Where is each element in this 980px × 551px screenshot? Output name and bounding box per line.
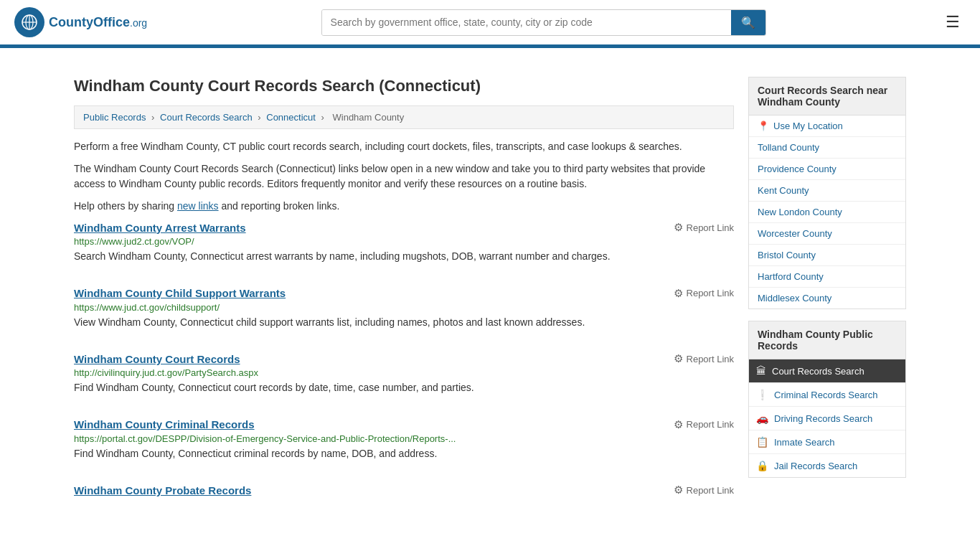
record-title-row: Windham County Arrest Warrants ⚙ Report … <box>74 221 734 234</box>
public-records-list-item[interactable]: 🚗 Driving Records Search <box>749 407 905 430</box>
breadcrumb-court-records-search[interactable]: Court Records Search <box>160 112 253 123</box>
report-link[interactable]: ⚙ Report Link <box>674 484 734 496</box>
page-title: Windham County Court Records Search (Con… <box>74 77 734 95</box>
sidebar-record-icon: 🔒 <box>756 460 768 471</box>
report-link[interactable]: ⚙ Report Link <box>674 221 734 234</box>
record-item: Windham County Criminal Records ⚙ Report… <box>74 418 734 467</box>
report-link[interactable]: ⚙ Report Link <box>674 418 734 431</box>
nearby-county-link[interactable]: Middlesex County <box>758 293 831 303</box>
main-content: Windham County Court Records Search (Con… <box>74 77 734 522</box>
record-title-row: Windham County Probate Records ⚙ Report … <box>74 484 734 496</box>
nearby-list-item[interactable]: 📍Use My Location <box>749 116 905 137</box>
nearby-list-item[interactable]: Hartford County <box>749 266 905 288</box>
report-link[interactable]: ⚙ Report Link <box>674 287 734 300</box>
record-url[interactable]: http://civilinquiry.jud.ct.gov/PartySear… <box>74 367 734 378</box>
record-title-link[interactable]: Windham County Criminal Records <box>74 418 255 430</box>
nearby-list-item[interactable]: New London County <box>749 202 905 223</box>
record-item: Windham County Court Records ⚙ Report Li… <box>74 352 734 401</box>
menu-button[interactable]: ☰ <box>940 10 966 34</box>
sidebar-record-icon: 🚗 <box>756 413 768 424</box>
nearby-county-link[interactable]: New London County <box>758 207 842 217</box>
record-title-link[interactable]: Windham County Probate Records <box>74 484 251 496</box>
nearby-list-item[interactable]: Tolland County <box>749 137 905 159</box>
report-link-label: Report Link <box>687 419 734 430</box>
record-title-row: Windham County Child Support Warrants ⚙ … <box>74 287 734 300</box>
record-desc: Search Windham County, Connecticut arres… <box>74 250 734 264</box>
public-records-link[interactable]: Court Records Search <box>772 366 864 377</box>
search-input-wrap: 🔍 <box>321 9 766 36</box>
record-title-link[interactable]: Windham County Arrest Warrants <box>74 222 246 234</box>
record-title-row: Windham County Criminal Records ⚙ Report… <box>74 418 734 431</box>
public-records-link[interactable]: Jail Records Search <box>774 461 857 471</box>
nearby-list: 📍Use My LocationTolland CountyProvidence… <box>748 116 906 309</box>
nearby-county-link[interactable]: Worcester County <box>758 228 832 239</box>
record-desc: Find Windham County, Connecticut court r… <box>74 381 734 395</box>
search-area: 🔍 <box>321 9 766 36</box>
report-link[interactable]: ⚙ Report Link <box>674 352 734 365</box>
sidebar-record-icon: 🏛 <box>756 365 766 377</box>
breadcrumb-public-records[interactable]: Public Records <box>83 112 146 123</box>
search-input[interactable] <box>322 10 731 35</box>
page-container: Windham County Court Records Search (Con… <box>60 62 920 536</box>
nearby-list-item[interactable]: Worcester County <box>749 223 905 245</box>
public-records-list: 🏛 Court Records Search ❕ Criminal Record… <box>748 359 906 478</box>
nearby-county-link[interactable]: Providence County <box>758 164 837 174</box>
logo-area: CountyOffice.org <box>14 7 147 37</box>
record-desc: View Windham County, Connecticut child s… <box>74 316 734 330</box>
sidebar: Court Records Search near Windham County… <box>748 77 906 522</box>
breadcrumb-connecticut[interactable]: Connecticut <box>266 112 316 123</box>
report-icon: ⚙ <box>674 287 683 300</box>
public-records-header: Windham County Public Records <box>748 321 906 359</box>
logo-icon <box>14 7 44 37</box>
nearby-county-link[interactable]: Bristol County <box>758 250 816 260</box>
record-desc: Find Windham County, Connecticut crimina… <box>74 447 734 461</box>
record-item: Windham County Child Support Warrants ⚙ … <box>74 287 734 336</box>
public-records-list-item[interactable]: 🏛 Court Records Search <box>749 359 905 383</box>
location-pin-icon: 📍 <box>758 121 769 131</box>
nearby-list-item[interactable]: Middlesex County <box>749 288 905 309</box>
report-icon: ⚙ <box>674 221 683 234</box>
report-link-label: Report Link <box>687 485 734 496</box>
site-header: CountyOffice.org 🔍 ☰ <box>0 0 980 47</box>
public-records-list-item[interactable]: 🔒 Jail Records Search <box>749 454 905 477</box>
desc-para1: Perform a free Windham County, CT public… <box>74 139 734 154</box>
nearby-header: Court Records Search near Windham County <box>748 77 906 116</box>
sidebar-record-icon: 📋 <box>756 436 768 448</box>
public-records-list-item[interactable]: 📋 Inmate Search <box>749 430 905 454</box>
use-my-location-link[interactable]: Use My Location <box>773 121 843 131</box>
public-records-link[interactable]: Inmate Search <box>774 437 835 448</box>
records-container: Windham County Arrest Warrants ⚙ Report … <box>74 221 734 504</box>
record-item: Windham County Probate Records ⚙ Report … <box>74 484 734 504</box>
report-icon: ⚙ <box>674 418 683 431</box>
breadcrumb-windham-county: Windham County <box>333 112 405 123</box>
record-url[interactable]: https://portal.ct.gov/DESPP/Division-of-… <box>74 433 734 444</box>
record-title-row: Windham County Court Records ⚙ Report Li… <box>74 352 734 365</box>
report-icon: ⚙ <box>674 352 683 365</box>
public-records-list-item[interactable]: ❕ Criminal Records Search <box>749 383 905 407</box>
record-title-link[interactable]: Windham County Court Records <box>74 353 240 365</box>
sidebar-record-icon: ❕ <box>756 389 768 400</box>
nearby-list-item[interactable]: Bristol County <box>749 245 905 266</box>
report-link-label: Report Link <box>687 354 734 364</box>
breadcrumb: Public Records › Court Records Search › … <box>74 105 734 129</box>
desc-para2: The Windham County Court Records Search … <box>74 161 734 192</box>
nearby-list-item[interactable]: Kent County <box>749 180 905 202</box>
record-item: Windham County Arrest Warrants ⚙ Report … <box>74 221 734 270</box>
logo-text: CountyOffice.org <box>49 15 147 30</box>
report-icon: ⚙ <box>674 484 683 496</box>
report-link-label: Report Link <box>687 222 734 233</box>
report-link-label: Report Link <box>687 288 734 298</box>
record-url[interactable]: https://www.jud2.ct.gov/VOP/ <box>74 236 734 247</box>
nearby-county-link[interactable]: Kent County <box>758 185 809 196</box>
record-title-link[interactable]: Windham County Child Support Warrants <box>74 287 286 299</box>
search-button[interactable]: 🔍 <box>731 10 765 35</box>
desc-para3: Help others by sharing new links and rep… <box>74 199 734 214</box>
public-records-link[interactable]: Driving Records Search <box>774 413 872 424</box>
public-records-link[interactable]: Criminal Records Search <box>774 390 878 400</box>
nearby-list-item[interactable]: Providence County <box>749 159 905 180</box>
nearby-county-link[interactable]: Tolland County <box>758 142 819 153</box>
record-url[interactable]: https://www.jud.ct.gov/childsupport/ <box>74 302 734 313</box>
new-links-link[interactable]: new links <box>177 200 219 212</box>
nearby-county-link[interactable]: Hartford County <box>758 271 824 282</box>
